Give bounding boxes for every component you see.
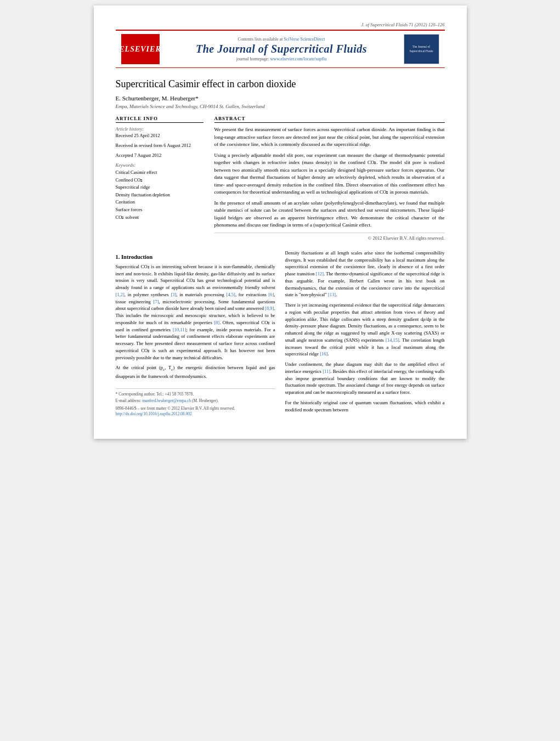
ref-1-2[interactable]: [1,2] [116,292,125,297]
article-header: Supercritical Casimir effect in carbon d… [116,78,445,109]
ref-11b[interactable]: [11] [323,369,330,374]
ref-6[interactable]: [6] [268,292,274,297]
right-para-1: Density fluctuations at all length scale… [285,250,445,298]
doi-line: http://dx.doi.org/10.1016/j.supflu.2012.… [116,411,275,417]
article-title: Supercritical Casimir effect in carbon d… [116,78,445,90]
keyword-4: Density fluctuation depletion [116,191,203,199]
keyword-2: Confined CO₂ [116,177,203,184]
article-info-column: ARTICLE INFO Article history: Received 2… [116,116,203,241]
keyword-6: Surface forces [116,206,203,214]
journal-citation: J. of Supercritical Fluids 71 (2012) 120… [116,22,445,27]
footnote-email: E-mail address: manfred.heuberger@empa.c… [116,398,275,404]
abstract-text: We present the first measurement of surf… [214,126,445,229]
abstract-para-2: Using a precisely adjustable model slit … [214,152,445,196]
keyword-7: CO₂ solvent [116,214,203,222]
ref-12[interactable]: [12] [316,271,324,276]
abstract-column: ABSTRACT We present the first measuremen… [214,116,445,241]
ref-8[interactable]: [8] [214,320,219,325]
elsevier-logo-text: ELSEVIER [119,45,161,54]
footer-bottom: 0896-8446/$ – see front matter © 2012 El… [116,406,275,411]
journal-homepage-link[interactable]: www.elsevier.com/locate/supflu [270,56,327,61]
doi-link[interactable]: http://dx.doi.org/10.1016/j.supflu.2012.… [116,411,192,416]
issn-line: 0896-8446/$ – see front matter © 2012 El… [116,406,235,411]
keyword-3: Supercritical ridge [116,184,203,191]
abstract-header: ABSTRACT [214,116,445,123]
article-authors: E. Schurtenberger, M. Heuberger* [116,95,445,101]
history-label: Article history: [116,126,203,132]
section1-title: 1. Introduction [116,254,275,260]
journal-logo-right: The Journal of Supercritical Fluids [404,34,439,64]
info-abstract-row: ARTICLE INFO Article history: Received 2… [116,116,445,241]
journal-title: The Journal of Supercritical Fluids [160,43,404,55]
article-affiliation: Empa, Materials Science and Technology, … [116,104,445,109]
journal-homepage: journal homepage: www.elsevier.com/locat… [160,56,404,61]
body-left-text: Supercritical CO₂ is an interesting solv… [116,263,275,380]
received1: Received 25 April 2012 [116,133,203,139]
body-right-column: Density fluctuations at all length scale… [285,250,445,417]
body-right-text: Density fluctuations at all length scale… [285,250,445,414]
footnote-star: * Corresponding author. Tel.: +41 58 765… [116,391,275,397]
left-para-1: Supercritical CO₂ is an interesting solv… [116,263,275,361]
received2: Received in revised form 6 August 2012 [116,143,203,149]
right-para-2: There is yet increasing experimental evi… [285,302,445,358]
body-left-column: 1. Introduction Supercritical CO₂ is an … [116,250,275,417]
journal-header: ELSEVIER Contents lists available at Sci… [116,30,445,68]
keywords-label: Keywords: [116,162,203,168]
ref-4-5[interactable]: [4,5] [227,292,235,297]
abstract-para-1: We present the first measurement of surf… [214,126,445,149]
ref-10-11[interactable]: [10,11] [173,327,186,332]
article-page: J. of Supercritical Fluids 71 (2012) 120… [94,5,467,439]
sciverse-link[interactable]: SciVerse ScienceDirect [284,37,325,42]
right-para-4: For the historically original case of qu… [285,399,445,414]
right-para-3: Under confinement, the phase diagram may… [285,361,445,396]
sciverse-text: Contents lists available at SciVerse Sci… [160,37,404,42]
elsevier-logo: ELSEVIER [121,34,160,64]
copyright-line: © 2012 Elsevier B.V. All rights reserved… [214,233,445,241]
ref-14-15[interactable]: [14,15] [386,337,399,343]
ref-7[interactable]: [7] [154,299,159,304]
abstract-para-3: In the presence of small amounts of an a… [214,200,445,229]
main-content: 1. Introduction Supercritical CO₂ is an … [116,250,445,417]
journal-title-block: Contents lists available at SciVerse Sci… [160,37,404,61]
article-info-header: ARTICLE INFO [116,116,203,123]
accepted: Accepted 7 August 2012 [116,152,203,159]
keyword-1: Critical Casimir effect [116,169,203,177]
ref-3[interactable]: [3] [171,292,176,297]
ref-13[interactable]: [13] [328,292,336,297]
page-footer: * Corresponding author. Tel.: +41 58 765… [116,388,275,417]
ref-8-9[interactable]: [8,9] [265,306,274,311]
keyword-5: Cavitation [116,199,203,206]
ref-16[interactable]: [16] [320,351,327,357]
keywords-list: Critical Casimir effect Confined CO₂ Sup… [116,169,203,221]
footnote-email-link[interactable]: manfred.heuberger@empa.ch [142,398,191,403]
left-para-2: At the critical point (pc, Tc) the energ… [116,364,275,380]
